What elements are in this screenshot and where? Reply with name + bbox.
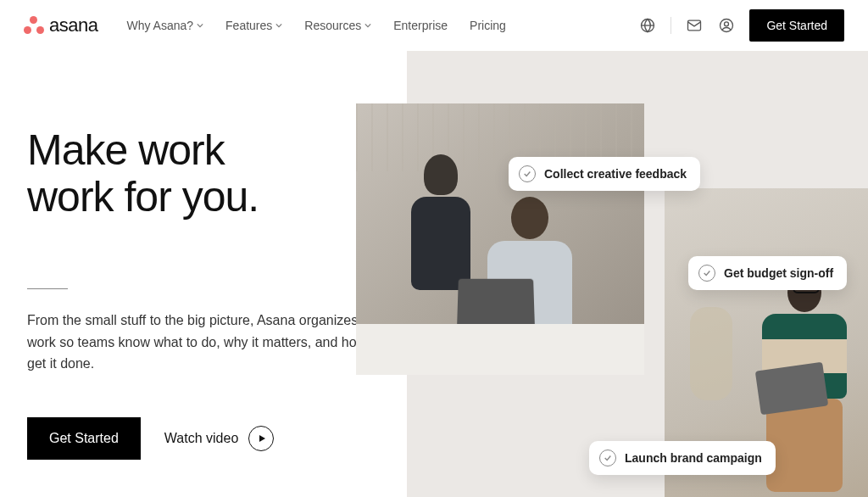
header-utilities: Get Started: [638, 9, 844, 42]
globe-icon: [639, 17, 656, 34]
header-get-started-button[interactable]: Get Started: [749, 9, 844, 42]
contact-button[interactable]: [685, 16, 704, 35]
primary-nav: Why Asana? Features Resources Enterprise…: [126, 19, 505, 32]
mail-icon: [686, 17, 703, 34]
nav-resources[interactable]: Resources: [304, 19, 371, 32]
divider-rule: [27, 288, 68, 289]
chevron-down-icon: [197, 22, 203, 29]
play-icon: [248, 426, 274, 451]
check-circle-icon: [519, 165, 536, 182]
brand-logo[interactable]: asana: [24, 14, 97, 36]
hero-photo-left: [356, 103, 644, 375]
hero-section: Make work work for you. From the small s…: [0, 51, 868, 497]
user-icon: [718, 17, 735, 34]
site-header: asana Why Asana? Features Resources Ente…: [0, 0, 868, 51]
divider: [670, 17, 671, 34]
nav-label: Pricing: [470, 19, 506, 32]
nav-why-asana[interactable]: Why Asana?: [126, 19, 203, 32]
hero-copy: Make work work for you. From the small s…: [0, 51, 407, 497]
watch-video-button[interactable]: Watch video: [164, 426, 274, 451]
nav-label: Resources: [304, 19, 361, 32]
hero-subtext: From the small stuff to the big picture,…: [27, 310, 383, 375]
task-chip-budget: Get budget sign-off: [688, 256, 847, 290]
task-chip-campaign: Launch brand campaign: [589, 441, 776, 475]
task-chip-label: Launch brand campaign: [625, 451, 762, 465]
svg-rect-1: [688, 20, 701, 31]
nav-pricing[interactable]: Pricing: [470, 19, 506, 32]
asana-logomark-icon: [24, 15, 44, 36]
hero-headline: Make work work for you.: [27, 127, 407, 221]
hero-cta-row: Get Started Watch video: [27, 417, 407, 460]
hero-get-started-button[interactable]: Get Started: [27, 417, 141, 460]
watch-video-label: Watch video: [164, 431, 238, 446]
chevron-down-icon: [364, 22, 371, 29]
brand-name: asana: [49, 14, 97, 36]
nav-features[interactable]: Features: [225, 19, 282, 32]
svg-point-3: [725, 22, 729, 26]
task-chip-feedback: Collect creative feedback: [509, 157, 700, 191]
check-circle-icon: [599, 450, 616, 466]
chevron-down-icon: [275, 22, 282, 29]
task-chip-label: Collect creative feedback: [544, 167, 687, 181]
task-chip-label: Get budget sign-off: [724, 266, 833, 280]
account-button[interactable]: [717, 16, 736, 35]
nav-label: Features: [225, 19, 272, 32]
nav-label: Enterprise: [393, 19, 448, 32]
headline-line-2: work for you.: [27, 174, 407, 221]
nav-label: Why Asana?: [126, 19, 193, 32]
headline-line-1: Make work: [27, 127, 407, 174]
nav-enterprise[interactable]: Enterprise: [393, 19, 448, 32]
check-circle-icon: [698, 265, 715, 282]
language-button[interactable]: [638, 16, 657, 35]
